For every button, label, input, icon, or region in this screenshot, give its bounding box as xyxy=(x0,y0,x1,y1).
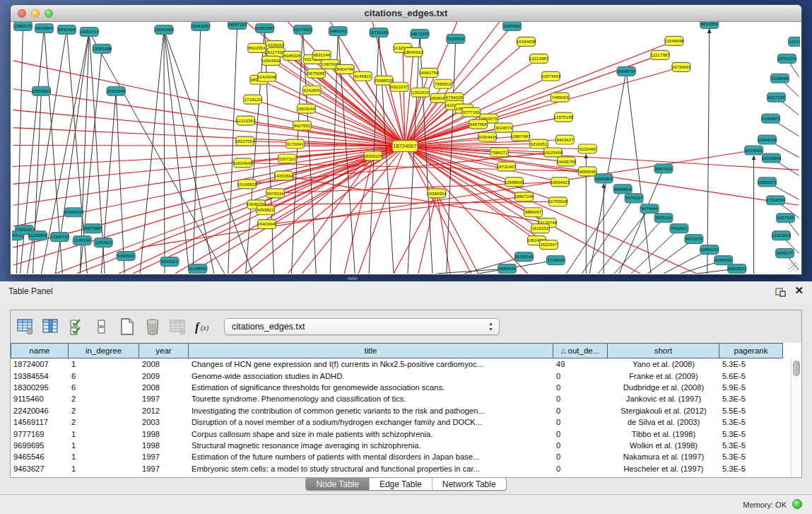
table-row[interactable]: 1872400712008Changes of HCN gene express… xyxy=(11,358,791,370)
float-panel-icon[interactable] xyxy=(775,286,787,297)
delete-column-button[interactable] xyxy=(142,316,163,337)
network-edge[interactable] xyxy=(267,197,524,224)
network-node[interactable]: 16188551 xyxy=(188,264,208,274)
network-node[interactable]: 2718120 xyxy=(244,95,262,104)
network-node[interactable]: 20691406 xyxy=(154,25,174,34)
selection-mode-button[interactable] xyxy=(66,316,87,337)
network-graph[interactable]: 2395573693384489314041405571720691406150… xyxy=(12,22,800,274)
network-node[interactable]: 16961758 xyxy=(419,68,439,77)
network-node[interactable]: 18807249 xyxy=(514,192,534,201)
create-column-button[interactable] xyxy=(117,316,138,337)
network-edge[interactable] xyxy=(566,189,623,274)
network-node[interactable]: 8471676 xyxy=(685,235,703,244)
network-edge[interactable] xyxy=(358,146,405,274)
table-row[interactable]: 1830029562008Estimation of significance … xyxy=(11,382,791,393)
network-edge[interactable] xyxy=(707,29,710,274)
function-builder-button[interactable]: f (x) xyxy=(193,316,214,337)
network-edge[interactable] xyxy=(116,91,124,274)
delete-table-button[interactable] xyxy=(167,316,189,337)
tab-node-table[interactable]: Node Table xyxy=(306,478,369,490)
network-node[interactable]: 10973493 xyxy=(541,71,561,81)
network-edge[interactable] xyxy=(626,71,651,274)
network-node[interactable]: 7632621 xyxy=(670,224,688,233)
network-node[interactable]: 12444159 xyxy=(758,135,777,144)
network-node[interactable]: 18640910 xyxy=(404,47,423,57)
network-node[interactable]: 10654945 xyxy=(233,158,253,168)
network-node[interactable]: 10688609 xyxy=(505,177,524,187)
network-node[interactable]: 20206536 xyxy=(64,208,84,217)
network-node[interactable]: 8831546 xyxy=(312,50,331,59)
table-row[interactable]: 2242004622012Investigating the contribut… xyxy=(11,405,791,416)
network-node[interactable]: 9880549 xyxy=(498,264,517,274)
network-node[interactable]: 8931404 xyxy=(57,25,76,34)
network-node[interactable]: 9245652 xyxy=(714,256,733,265)
network-node[interactable]: 3024574 xyxy=(495,123,513,132)
network-node[interactable]: 9127508 xyxy=(267,47,286,57)
network-edge[interactable] xyxy=(228,25,237,274)
window-titlebar[interactable]: citations_edges.txt xyxy=(11,5,801,22)
column-header[interactable]: in_degree xyxy=(69,343,139,358)
show-column-button[interactable] xyxy=(40,316,61,337)
network-node[interactable]: 9245077 xyxy=(776,249,794,258)
network-node[interactable]: 20553021 xyxy=(32,86,52,95)
network-edge[interactable] xyxy=(164,30,165,274)
network-node[interactable]: 8186328 xyxy=(283,51,301,60)
network-node[interactable]: 18724007 xyxy=(392,141,418,152)
network-node[interactable]: 19734091 xyxy=(671,62,691,71)
network-node[interactable]: 1117253 xyxy=(788,37,800,46)
network-node[interactable]: 12213987 xyxy=(529,54,549,63)
network-node[interactable]: 9170041 xyxy=(286,139,304,148)
column-header[interactable]: △out_de... xyxy=(553,343,608,358)
network-node[interactable]: 8215953 xyxy=(745,146,763,155)
network-node[interactable]: 18300295 xyxy=(363,151,383,160)
network-node[interactable]: 6216051 xyxy=(530,139,548,148)
table-selector-dropdown[interactable]: citations_edges.txt ▲▼ xyxy=(224,318,500,335)
network-node[interactable]: 6933844 xyxy=(35,23,53,33)
network-node[interactable]: 19384554 xyxy=(427,189,447,198)
table-row[interactable]: 911546021997Tourette syndrome. Phenomeno… xyxy=(11,393,791,404)
network-edge[interactable] xyxy=(418,193,437,274)
tab-edge-table[interactable]: Edge Table xyxy=(369,478,432,490)
network-node[interactable]: 12213363 xyxy=(236,116,256,125)
network-node[interactable]: 6497568 xyxy=(469,119,488,129)
table-mode-button[interactable] xyxy=(15,316,36,337)
network-edge[interactable] xyxy=(312,90,405,146)
network-node[interactable]: 14353594 xyxy=(274,171,294,180)
network-node[interactable]: 8912954 xyxy=(248,43,266,52)
network-node[interactable]: 9146821 xyxy=(353,71,372,81)
network-node[interactable]: 24697193 xyxy=(228,22,247,29)
network-node[interactable]: 1733426 xyxy=(546,256,565,265)
network-edge[interactable] xyxy=(189,146,405,274)
network-node[interactable]: 1250512 xyxy=(94,238,112,247)
network-canvas[interactable]: 2395573693384489314041405571720691406150… xyxy=(12,22,800,274)
network-node[interactable]: 9474444 xyxy=(640,204,659,214)
network-node[interactable]: 9242845 xyxy=(302,86,321,95)
network-edge[interactable] xyxy=(302,30,316,274)
network-node[interactable]: 15892971 xyxy=(758,177,777,187)
network-node[interactable]: 13342737 xyxy=(50,233,70,242)
network-node[interactable]: 1640954 xyxy=(594,174,613,183)
network-node[interactable]: 2522547 xyxy=(539,240,558,250)
network-node[interactable]: 9466161 xyxy=(329,26,347,35)
network-edge[interactable] xyxy=(582,198,634,274)
network-node[interactable]: 12093872 xyxy=(761,114,781,123)
network-edge[interactable] xyxy=(246,28,265,274)
network-node[interactable]: 19654923 xyxy=(551,177,570,187)
network-node[interactable]: 17016504 xyxy=(766,196,786,205)
column-header[interactable]: title xyxy=(189,343,553,358)
network-node[interactable]: 10807487 xyxy=(511,132,531,141)
network-edge[interactable] xyxy=(647,239,694,274)
network-node[interactable]: 2395573 xyxy=(14,22,33,30)
network-node[interactable]: 8454749 xyxy=(336,64,354,74)
network-node[interactable]: 8958924 xyxy=(613,185,632,194)
column-header[interactable]: pagerank xyxy=(719,343,783,358)
network-node[interactable]: 12103625 xyxy=(772,231,792,240)
network-node[interactable]: 1362615 xyxy=(411,88,430,97)
network-node[interactable]: 26403946 xyxy=(257,220,277,229)
network-node[interactable]: 9884067 xyxy=(524,208,543,217)
network-node[interactable]: 6967919 xyxy=(654,164,673,173)
canvas-resize-grip[interactable] xyxy=(789,262,799,272)
network-node[interactable]: 9463627 xyxy=(555,135,574,144)
network-node[interactable]: 1145194 xyxy=(73,236,91,245)
table-scrollbar-thumb[interactable] xyxy=(793,361,800,376)
